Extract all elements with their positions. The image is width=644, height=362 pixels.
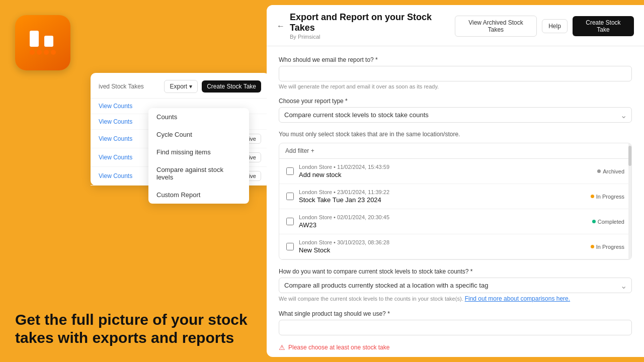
report-type-group: Choose your report type * Compare curren… <box>279 98 632 123</box>
take-checkbox-1[interactable] <box>286 167 294 175</box>
status-dot-4 <box>591 245 594 248</box>
help-button[interactable]: Help <box>542 19 568 33</box>
view-counts-link-3[interactable]: View Counts <box>99 135 132 142</box>
logo-dot-3 <box>44 50 49 55</box>
location-warning: You must only select stock takes that ar… <box>279 131 632 138</box>
form-content: Who should we email the report to? * We … <box>267 46 644 357</box>
compare-group: How do you want to compare current stock… <box>279 268 632 302</box>
scrollbar-thumb[interactable] <box>628 146 631 166</box>
compare-hint: We will compare the current stock levels… <box>279 295 632 302</box>
report-type-label: Choose your report type * <box>279 98 632 105</box>
logo-bar-1 <box>30 31 39 47</box>
take-checkbox-3[interactable] <box>286 218 294 225</box>
status-dot-2 <box>591 195 594 198</box>
take-name-3: AW23 <box>299 221 587 229</box>
take-name-1: Add new stock <box>299 171 592 178</box>
view-archived-button[interactable]: View Archived Stock Takes <box>455 16 537 37</box>
take-name-2: Stock Take Tue Jan 23 2024 <box>299 196 586 204</box>
status-dot-3 <box>592 220 596 223</box>
product-tag-group: What single product tag should we use? * <box>279 310 632 335</box>
take-row-3: London Store • 02/01/2024, 20:30:45 AW23… <box>279 209 631 234</box>
view-counts-link-1[interactable]: View Counts <box>99 103 132 110</box>
take-checkbox-4[interactable] <box>286 243 294 250</box>
find-out-more-link[interactable]: Find out more about comparisons here. <box>465 295 570 302</box>
tagline-text: Get the full picture of your stock takes… <box>15 311 257 347</box>
error-icon: ⚠ <box>279 343 285 351</box>
take-row-4: London Store • 30/10/2023, 08:36:28 New … <box>279 234 631 259</box>
tagline-block: Get the full picture of your stock takes… <box>15 311 257 347</box>
take-status-2: In Progress <box>591 194 624 200</box>
scrollbar-track <box>628 143 631 259</box>
logo-bar-2 <box>44 36 53 47</box>
logo-dot-2 <box>37 50 42 55</box>
email-label: Who should we email the report to? * <box>279 56 632 63</box>
logo-dot-1 <box>30 50 35 55</box>
error-text: Please choose at least one stock take <box>288 344 389 351</box>
product-tag-input[interactable] <box>279 320 632 335</box>
stock-take-list: Add filter + London Store • 11/02/2024, … <box>279 143 632 260</box>
export-button[interactable]: Export ▾ <box>164 80 198 93</box>
dropdown-item-find-missing[interactable]: Find missing items <box>148 143 249 161</box>
dropdown-item-custom-report[interactable]: Custom Report <box>148 186 249 204</box>
take-name-4: New Stock <box>299 246 586 254</box>
app-logo <box>15 15 70 70</box>
header-actions: Export ▾ Create Stock Take <box>164 80 261 93</box>
take-location-date-3: London Store • 02/01/2024, 20:30:45 <box>299 214 587 220</box>
logo-dot-4 <box>51 50 56 55</box>
take-location-date-1: London Store • 11/02/2024, 15:43:59 <box>299 164 592 170</box>
create-stock-take-button[interactable]: Create Stock Take <box>573 16 634 36</box>
dropdown-item-compare[interactable]: Compare against stock levels <box>148 161 249 186</box>
compare-label: How do you want to compare current stock… <box>279 268 632 275</box>
take-row-1: London Store • 11/02/2024, 15:43:59 Add … <box>279 159 631 184</box>
email-input[interactable] <box>279 66 632 81</box>
export-dropdown-menu: Counts Cycle Count Find missing items Co… <box>148 108 249 204</box>
chevron-down-icon: ▾ <box>189 83 192 90</box>
back-arrow-icon[interactable]: ← <box>277 22 285 31</box>
panel-title: Export and Report on your Stock Takes <box>290 12 455 33</box>
view-counts-link-4[interactable]: View Counts <box>99 154 132 161</box>
email-hint: We will generate the report and email it… <box>279 83 632 89</box>
product-tag-label: What single product tag should we use? * <box>279 310 632 317</box>
take-status-3: Completed <box>592 219 624 225</box>
view-counts-link-5[interactable]: View Counts <box>99 172 132 179</box>
stock-panel-header: ived Stock Takes Export ▾ Create Stock T… <box>91 73 269 98</box>
take-location-date-4: London Store • 30/10/2023, 08:36:28 <box>299 239 586 245</box>
dropdown-item-cycle-count[interactable]: Cycle Count <box>148 126 249 143</box>
take-checkbox-2[interactable] <box>286 193 294 200</box>
take-row-2: London Store • 23/01/2024, 11:39:22 Stoc… <box>279 184 631 209</box>
status-dot-1 <box>597 169 601 173</box>
panel-subtitle: By Primsical <box>290 34 455 40</box>
compare-select[interactable]: Compare all products currently stocked a… <box>279 278 632 293</box>
take-status-1: Archived <box>597 168 624 174</box>
view-counts-link-2[interactable]: View Counts <box>99 118 132 125</box>
left-panel: ived Stock Takes Export ▾ Create Stock T… <box>0 0 267 362</box>
right-panel: ← Export and Report on your Stock Takes … <box>267 5 644 357</box>
error-row: ⚠ Please choose at least one stock take <box>279 343 632 351</box>
stock-panel-title: ived Stock Takes <box>99 83 144 90</box>
take-location-date-2: London Store • 23/01/2024, 11:39:22 <box>299 189 586 195</box>
dropdown-item-counts[interactable]: Counts <box>148 108 249 126</box>
panel-header: ← Export and Report on your Stock Takes … <box>267 5 644 46</box>
take-status-4: In Progress <box>591 244 624 250</box>
create-stock-take-button-small[interactable]: Create Stock Take <box>202 80 261 93</box>
email-group: Who should we email the report to? * We … <box>279 56 632 89</box>
add-filter-button[interactable]: Add filter + <box>285 147 314 154</box>
report-type-select[interactable]: Compare current stock levels to stock ta… <box>279 107 632 123</box>
